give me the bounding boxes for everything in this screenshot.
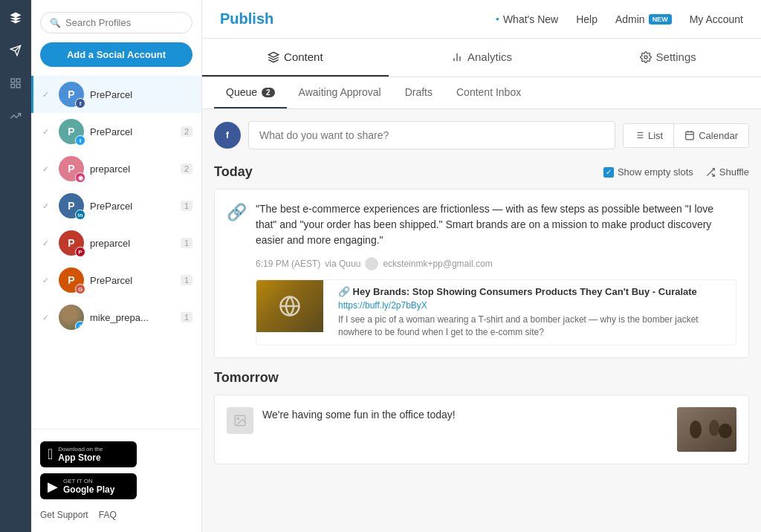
post-body: 🔗 "The best e-commerce experiences are f… bbox=[215, 189, 748, 357]
whats-new-link[interactable]: ● What's New bbox=[496, 13, 558, 25]
link-info: 🔗 Hey Brands: Stop Showing Consumers Pro… bbox=[332, 280, 736, 345]
top-nav: Publish ● What's New Help Admin NEW My A… bbox=[202, 0, 761, 39]
linkedin-badge: in bbox=[75, 210, 85, 220]
subtab-awaiting[interactable]: Awaiting Approval bbox=[287, 77, 393, 108]
profile-count: 2 bbox=[181, 126, 192, 137]
tomorrow-title: Tomorrow bbox=[214, 370, 279, 386]
google-play-line2: Google Play bbox=[63, 484, 114, 495]
footer-links: Get Support FAQ bbox=[40, 510, 192, 520]
search-icon: 🔍 bbox=[50, 18, 61, 28]
chain-icon: 🔗 bbox=[227, 203, 247, 222]
feed-area: f List Calendar Today bbox=[202, 109, 761, 488]
link-url[interactable]: https://buff.ly/2p7bByX bbox=[338, 300, 730, 311]
profile-count: 1 bbox=[181, 238, 192, 248]
content-tabs: Content Analytics Settings bbox=[202, 39, 761, 77]
sidebar: 🔍 Add a Social Account ✓ P f PreParcel ✓… bbox=[31, 0, 202, 532]
search-input[interactable] bbox=[65, 17, 183, 28]
get-support-link[interactable]: Get Support bbox=[40, 510, 88, 520]
profile-item[interactable]: ✓ P ◉ preparcel 2 bbox=[31, 150, 201, 187]
svg-rect-5 bbox=[11, 84, 15, 88]
subtab-drafts[interactable]: Drafts bbox=[393, 77, 444, 108]
admin-link[interactable]: Admin NEW bbox=[615, 13, 672, 25]
help-link[interactable]: Help bbox=[576, 13, 598, 25]
check-icon: ✓ bbox=[42, 127, 53, 137]
subtab-content-inbox[interactable]: Content Inbox bbox=[444, 77, 533, 108]
profile-name: PreParcel bbox=[90, 275, 175, 286]
facebook-badge: f bbox=[75, 98, 85, 108]
pinterest-badge: P bbox=[75, 247, 85, 257]
tomorrow-post-image bbox=[677, 407, 736, 452]
grid-icon[interactable] bbox=[7, 74, 25, 92]
main-area: Publish ● What's New Help Admin NEW My A… bbox=[202, 0, 761, 532]
google-play-line1: GET IT ON bbox=[63, 478, 114, 484]
sidebar-header: 🔍 bbox=[31, 0, 201, 42]
svg-marker-6 bbox=[268, 52, 278, 57]
svg-point-30 bbox=[709, 420, 719, 436]
svg-rect-2 bbox=[11, 79, 15, 82]
avatar: t bbox=[59, 305, 84, 330]
profile-name: PreParcel bbox=[90, 89, 192, 100]
svg-rect-4 bbox=[16, 84, 20, 88]
avatar: P t bbox=[59, 119, 84, 144]
calendar-view-button[interactable]: Calendar bbox=[674, 124, 748, 147]
view-buttons: List Calendar bbox=[623, 123, 749, 148]
trend-icon[interactable] bbox=[7, 107, 25, 125]
tab-content[interactable]: Content bbox=[202, 39, 389, 77]
show-empty-label[interactable]: ✓ Show empty slots bbox=[603, 166, 693, 178]
app-title: Publish bbox=[220, 10, 273, 27]
add-social-button[interactable]: Add a Social Account bbox=[40, 42, 192, 67]
profile-item[interactable]: ✓ P t PreParcel 2 bbox=[31, 113, 201, 150]
queue-badge: 2 bbox=[262, 88, 275, 97]
profile-item[interactable]: ✓ P G PreParcel 1 bbox=[31, 262, 201, 299]
send-icon[interactable] bbox=[7, 42, 25, 59]
link-title: 🔗 Hey Brands: Stop Showing Consumers Pro… bbox=[338, 286, 730, 297]
link-thumbnail bbox=[256, 280, 323, 332]
list-view-button[interactable]: List bbox=[624, 124, 674, 147]
shuffle-button[interactable]: Shuffle bbox=[705, 166, 749, 178]
sub-tabs: Queue 2 Awaiting Approval Drafts Content… bbox=[202, 77, 761, 109]
faq-link[interactable]: FAQ bbox=[99, 510, 117, 520]
profile-item[interactable]: ✓ P in PreParcel 1 bbox=[31, 187, 201, 224]
check-icon: ✓ bbox=[42, 201, 53, 211]
google-badge: G bbox=[75, 284, 85, 294]
tab-analytics[interactable]: Analytics bbox=[389, 39, 575, 77]
dot-icon: ● bbox=[496, 16, 499, 22]
avatar: P in bbox=[59, 193, 84, 218]
svg-rect-3 bbox=[16, 79, 20, 82]
new-badge: NEW bbox=[649, 14, 672, 25]
show-empty-checkbox[interactable]: ✓ bbox=[603, 167, 614, 178]
layers-icon[interactable] bbox=[7, 9, 25, 27]
app-store-button[interactable]:  Download on the App Store bbox=[40, 441, 137, 467]
avatar: P f bbox=[59, 82, 84, 107]
profile-name: preparcel bbox=[90, 163, 175, 175]
profile-item[interactable]: ✓ P P preparcel 1 bbox=[31, 224, 201, 262]
compose-input[interactable] bbox=[248, 121, 615, 149]
post-text: "The best e-commerce experiences are fri… bbox=[256, 201, 736, 248]
instagram-badge: ◉ bbox=[75, 172, 85, 183]
today-header: Today ✓ Show empty slots Shuffle bbox=[214, 164, 749, 180]
profile-name: preparcel bbox=[90, 238, 175, 249]
compose-row: f List Calendar bbox=[214, 121, 749, 149]
tab-settings[interactable]: Settings bbox=[574, 39, 761, 77]
avatar: P G bbox=[59, 267, 84, 293]
icon-bar bbox=[0, 0, 31, 532]
search-box[interactable]: 🔍 bbox=[40, 12, 192, 33]
profile-item[interactable]: ✓ t mike_prepa... 1 bbox=[31, 299, 201, 336]
tomorrow-post-card: We're having some fun in the office toda… bbox=[214, 395, 749, 464]
google-play-button[interactable]: ▶ GET IT ON Google Play bbox=[40, 473, 137, 499]
today-title: Today bbox=[214, 164, 253, 180]
profile-count: 2 bbox=[181, 163, 192, 174]
check-icon: ✓ bbox=[42, 90, 53, 100]
check-icon: ✓ bbox=[42, 239, 53, 248]
app-store-line2: App Store bbox=[58, 452, 103, 463]
content-area: Content Analytics Settings Queue 2 Await… bbox=[202, 39, 761, 532]
profile-count: 1 bbox=[181, 275, 192, 285]
my-account-link[interactable]: My Account bbox=[690, 13, 743, 25]
profile-item[interactable]: ✓ P f PreParcel bbox=[31, 76, 201, 113]
avatar: P ◉ bbox=[59, 156, 84, 181]
nav-links: ● What's New Help Admin NEW My Account bbox=[496, 13, 743, 25]
post-card: 🔗 "The best e-commerce experiences are f… bbox=[214, 189, 749, 358]
subtab-queue[interactable]: Queue 2 bbox=[214, 77, 287, 108]
svg-rect-17 bbox=[686, 132, 694, 140]
profile-name: PreParcel bbox=[90, 126, 175, 137]
